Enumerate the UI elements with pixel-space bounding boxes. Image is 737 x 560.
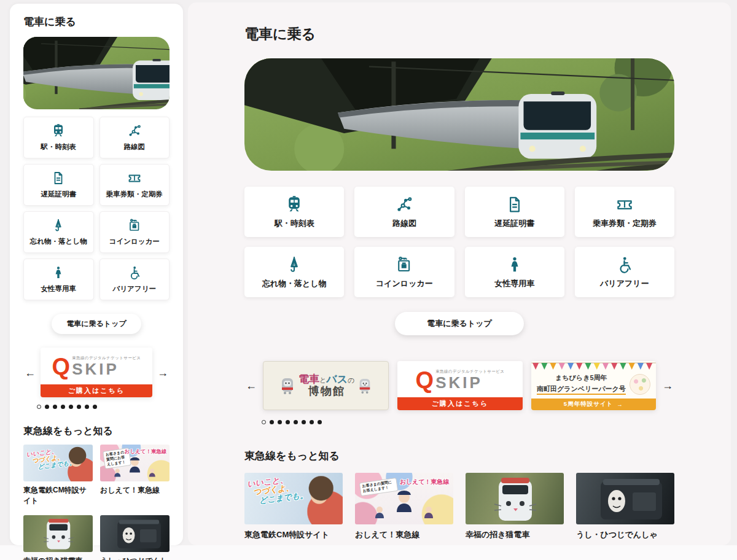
tile-label: 女性専用車	[41, 284, 77, 294]
tile-label: 路線図	[124, 142, 146, 152]
train-icon	[285, 195, 303, 214]
delay-certificate-icon	[51, 171, 66, 185]
carousel-dot[interactable]	[61, 405, 65, 409]
ticket-icon	[127, 171, 142, 185]
cm-site-thumbnail: いいこと、 つづくよ、 どこまでも。	[244, 473, 343, 524]
maneki-neko-thumbnail	[23, 515, 93, 552]
qskip-logo: Q 東急線のデジタルチケットサービス SKIP	[41, 348, 152, 384]
card-label: うし・ひつじでんしゃ	[576, 529, 674, 540]
train-hero-image	[23, 37, 170, 109]
page-title: 電車に乗る	[244, 25, 674, 44]
tile-label: 女性専用車	[494, 278, 534, 289]
tile-delay-certificate[interactable]: 遅延証明書	[465, 187, 564, 237]
museum-mascot-icon	[357, 376, 372, 395]
carousel-dot[interactable]	[85, 405, 89, 409]
tile-station-timetable[interactable]: 駅・時刻表	[244, 187, 344, 237]
qskip-wordmark: SKIP	[72, 361, 119, 378]
conductor-illustration	[100, 445, 170, 481]
carousel-dot[interactable]	[69, 405, 73, 409]
carousel-dot[interactable]	[286, 420, 290, 424]
train-photo-illustration	[244, 58, 674, 171]
qskip-banner[interactable]: Q 東急線のデジタルチケットサービス SKIP ご購入はこちら	[397, 361, 522, 410]
coin-locker-icon	[395, 255, 413, 274]
route-map-icon	[395, 195, 413, 214]
tile-route-map[interactable]: 路線図	[99, 117, 170, 158]
tile-coin-locker[interactable]: コインロッカー	[354, 247, 454, 297]
female-icon	[51, 265, 66, 280]
wheelchair-icon	[615, 255, 634, 274]
card-cm-site[interactable]: いいこと、 つづくよ、 どこまでも。 東急電鉄CM特設サイト	[23, 445, 93, 506]
coin-locker-icon	[127, 218, 142, 233]
section-top-button[interactable]: 電車に乗るトップ	[52, 314, 141, 334]
tile-station-timetable[interactable]: 駅・時刻表	[23, 117, 94, 158]
carousel-dot[interactable]	[302, 420, 306, 424]
tile-label: 駅・時刻表	[275, 218, 314, 229]
carousel-prev-arrow[interactable]: ←	[23, 367, 37, 378]
card-oshiete[interactable]: お客さまの質問にお答えします！ おしえて！東急線 おしえて！東急線	[100, 445, 170, 506]
carousel-dot[interactable]	[294, 420, 298, 424]
quick-links-grid: 駅・時刻表 路線図 遅延証明書 乗車券類・定期券	[23, 117, 170, 300]
tile-tickets[interactable]: 乗車券類・定期券	[575, 187, 674, 237]
carousel-dot[interactable]	[310, 420, 314, 424]
museum-banner[interactable]: 電車とバスの 博物館	[263, 361, 389, 410]
tile-label: バリアフリー	[600, 278, 649, 289]
tile-route-map[interactable]: 路線図	[354, 187, 454, 237]
carousel-next-arrow[interactable]: →	[156, 367, 170, 378]
card-maneki-neko[interactable]: 幸福の招き猫電車	[466, 473, 564, 540]
banner-track: Q 東急線のデジタルチケットサービス SKIP ご購入はこちら	[41, 348, 152, 397]
tile-label: 乗車券類・定期券	[106, 190, 163, 199]
card-ushi-hitsuji[interactable]: うし・ひつじでんしゃ	[576, 473, 674, 540]
carousel-dot[interactable]	[53, 405, 57, 409]
card-label: おしえて！東急線	[100, 485, 170, 496]
ushi-hitsuji-thumbnail	[576, 473, 674, 524]
tile-label: 忘れ物・落とし物	[30, 237, 87, 246]
tile-delay-certificate[interactable]: 遅延証明書	[23, 164, 94, 206]
tile-coin-locker[interactable]: コインロッカー	[99, 211, 170, 253]
oshiete-thumbnail: お客さまの質問にお答えします！ おしえて！東急線	[355, 473, 453, 524]
carousel-dot[interactable]	[278, 420, 282, 424]
card-label: うし・ひつじでんしゃ	[100, 556, 170, 560]
card-ushi-hitsuji[interactable]: うし・ひつじでんしゃ	[100, 515, 170, 560]
carousel-next-arrow[interactable]: →	[661, 380, 674, 391]
animal-train-illustration	[576, 473, 674, 524]
tile-barrier-free[interactable]: バリアフリー	[575, 247, 674, 297]
tile-label: コインロッカー	[376, 278, 433, 289]
tile-label: 遅延証明書	[41, 190, 77, 199]
carousel-dot[interactable]	[45, 405, 49, 409]
arrow-right-icon: →	[617, 401, 623, 408]
tile-women-only-car[interactable]: 女性専用車	[465, 247, 564, 297]
carousel-prev-arrow[interactable]: ←	[244, 380, 258, 391]
carousel-dot[interactable]	[93, 405, 97, 409]
carousel-dot-active[interactable]	[37, 405, 41, 409]
more-cards-grid: いいこと、 つづくよ、 どこまでも。 東急電鉄CM特設サイト お客さまの質問にお…	[244, 473, 674, 540]
cat-tram-illustration	[466, 473, 564, 524]
carousel-dot[interactable]	[318, 420, 322, 424]
carousel-dot[interactable]	[270, 420, 274, 424]
qskip-banner[interactable]: Q 東急線のデジタルチケットサービス SKIP ご購入はこちら	[41, 348, 152, 397]
tile-label: 忘れ物・落とし物	[262, 278, 327, 289]
tile-label: 駅・時刻表	[41, 142, 77, 152]
card-oshiete[interactable]: お客さまの質問にお答えします！ おしえて！東急線 おしえて！東急線	[355, 473, 453, 540]
section-top-button[interactable]: 電車に乗るトップ	[395, 312, 524, 335]
desktop-panel: 電車に乗る	[188, 2, 731, 545]
museum-banner-title: 電車とバスの 博物館	[298, 373, 354, 398]
page-title: 電車に乗る	[23, 15, 170, 29]
ushi-hitsuji-thumbnail	[100, 515, 170, 552]
route-map-icon	[127, 123, 142, 138]
tile-label: コインロッカー	[109, 237, 160, 246]
more-section-title: 東急線をもっと知る	[244, 449, 674, 463]
more-cards-grid: いいこと、 つづくよ、 どこまでも。 東急電鉄CM特設サイト お客さまの質問にお…	[23, 445, 170, 560]
tile-tickets[interactable]: 乗車券類・定期券	[99, 164, 170, 206]
anniversary-banner[interactable]: まちびらき5周年 南町田グランベリーパーク号 5周年特設サイト →	[531, 361, 656, 410]
card-maneki-neko[interactable]: 幸福の招き猫電車	[23, 515, 93, 560]
tile-lost-and-found[interactable]: 忘れ物・落とし物	[23, 211, 94, 253]
card-cm-site[interactable]: いいこと、 つづくよ、 どこまでも。 東急電鉄CM特設サイト	[244, 473, 343, 540]
carousel-dot[interactable]	[77, 405, 81, 409]
tile-women-only-car[interactable]: 女性専用車	[23, 259, 94, 300]
tile-barrier-free[interactable]: バリアフリー	[99, 259, 170, 300]
train-icon	[51, 123, 66, 138]
carousel-dot-active[interactable]	[262, 420, 266, 424]
umbrella-icon	[285, 255, 303, 274]
conductor-illustration	[355, 473, 453, 524]
tile-lost-and-found[interactable]: 忘れ物・落とし物	[244, 247, 344, 297]
